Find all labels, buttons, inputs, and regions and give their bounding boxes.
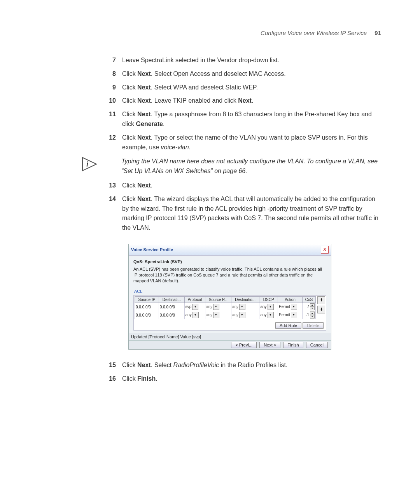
info-text: Typing the VLAN name here does not actua… <box>121 157 381 176</box>
col-cos[interactable]: CoS <box>303 297 316 303</box>
step-number: 13 <box>89 181 122 191</box>
table-row[interactable]: 0.0.0.0/0 0.0.0.0/0 svp▾ any▾ any▾ any▾ … <box>135 303 316 311</box>
cell-src[interactable]: 0.0.0.0/0 <box>135 303 159 311</box>
voice-service-profile-dialog: Voice Service Profile X QoS: SpectraLink… <box>128 244 331 350</box>
dialog-body: QoS: SpectraLink (SVP) An ACL (SVP) has … <box>129 256 331 333</box>
t: Click <box>122 84 137 91</box>
step-number: 11 <box>89 110 122 129</box>
chevron-down-icon[interactable]: ▾ <box>291 304 297 310</box>
t-bold: Next <box>137 196 151 202</box>
chevron-down-icon[interactable]: ▾ <box>268 312 274 318</box>
t: Click <box>122 182 137 189</box>
t-ital: RadioProfileVoic <box>173 362 219 368</box>
header-title: Configure Voice over Wireless IP Service <box>261 30 367 36</box>
t: Click <box>122 111 137 117</box>
t-bold: Next <box>137 97 151 104</box>
svg-text:i: i <box>86 160 88 168</box>
t-bold: Finish <box>137 375 156 382</box>
spin-up-icon[interactable]: ▴ <box>310 312 315 315</box>
chevron-down-icon[interactable]: ▾ <box>192 304 198 310</box>
t-bold: Generate <box>136 121 163 127</box>
close-button[interactable]: X <box>321 246 329 254</box>
cell-sport[interactable]: any▾ <box>205 311 231 319</box>
spin-down-icon[interactable]: ▾ <box>310 315 315 318</box>
col-destination-ip[interactable]: Destinati... <box>159 297 184 303</box>
col-protocol[interactable]: Protocol <box>184 297 205 303</box>
t: . The wizard displays the ACL that will … <box>122 196 378 231</box>
previous-button[interactable]: < Previ... <box>231 342 257 348</box>
t: Click <box>122 362 137 368</box>
chevron-down-icon[interactable]: ▾ <box>239 312 245 318</box>
cell-dscp[interactable]: any▾ <box>259 311 278 319</box>
step-number: 8 <box>89 69 122 79</box>
cell-proto[interactable]: any▾ <box>184 311 205 319</box>
cell-dst[interactable]: 0.0.0.0/0 <box>159 303 184 311</box>
chevron-down-icon[interactable]: ▾ <box>291 312 297 318</box>
cell-sport[interactable]: any▾ <box>205 303 231 311</box>
cell-dport[interactable]: any▾ <box>231 311 259 319</box>
page-header: Configure Voice over Wireless IP Service… <box>89 30 381 36</box>
acl-button-row: Add Rule Delete <box>135 323 324 328</box>
reorder-controls: ⬆ ⬇ <box>317 296 325 313</box>
cell-dport[interactable]: any▾ <box>231 303 259 311</box>
t: . Select Open Access and deselect MAC Ac… <box>151 70 286 77</box>
t: . <box>156 375 157 382</box>
delete-button[interactable]: Delete <box>303 322 324 329</box>
col-source-ip[interactable]: Source IP <box>135 297 159 303</box>
chevron-down-icon[interactable]: ▾ <box>213 312 219 318</box>
col-destination-port[interactable]: Destinatio... <box>231 297 259 303</box>
acl-group: Source IP Destinati... Protocol Source P… <box>133 295 326 331</box>
acl-description: An ACL (SVP) has been generated to class… <box>133 266 326 284</box>
t-bold: Next <box>137 84 151 91</box>
step-text: Leave SpectraLink selected in the Vendor… <box>122 56 381 65</box>
step-text: Click Next. Select RadioProfileVoic in t… <box>122 360 381 370</box>
cell-action[interactable]: Permit▾ <box>278 303 303 311</box>
step-text: Click Next. The wizard displays the ACL … <box>122 194 381 233</box>
t: . <box>151 182 152 189</box>
t: in the Radio Profiles list. <box>219 362 287 368</box>
cell-cos[interactable]: -1▴▾ <box>303 311 316 319</box>
cell-dscp[interactable]: any▾ <box>259 303 278 311</box>
t-bold: Next <box>238 97 252 104</box>
chevron-down-icon[interactable]: ▾ <box>213 304 219 310</box>
table-row[interactable]: 0.0.0.0/0 0.0.0.0/0 any▾ any▾ any▾ any▾ … <box>135 311 316 319</box>
t: . <box>189 144 191 150</box>
step-9: 9 Click Next. Select WPA and deselect St… <box>89 83 381 93</box>
step-8: 8 Click Next. Select Open Access and des… <box>89 69 381 79</box>
spin-down-icon[interactable]: ▾ <box>310 307 315 310</box>
next-button[interactable]: Next > <box>259 342 280 348</box>
t: . Select WPA and deselect Static WEP. <box>151 84 258 91</box>
status-line: Updated [Protocol Name] Value [svp] <box>129 333 331 340</box>
col-action[interactable]: Action <box>278 297 303 303</box>
cancel-button[interactable]: Cancel <box>306 342 328 348</box>
chevron-down-icon[interactable]: ▾ <box>192 312 199 318</box>
cell-dst[interactable]: 0.0.0.0/0 <box>159 311 184 319</box>
step-text: Click Next. <box>122 181 381 191</box>
finish-button[interactable]: Finish <box>283 342 303 348</box>
cell-src[interactable]: 0.0.0.0/0 <box>135 311 159 319</box>
wizard-buttons: < Previ... Next > Finish Cancel <box>129 340 331 349</box>
cell-action[interactable]: Permit▾ <box>278 311 303 319</box>
col-dscp[interactable]: DSCP <box>259 297 278 303</box>
t: . <box>163 121 164 127</box>
move-up-button[interactable]: ⬆ <box>317 296 325 304</box>
move-down-button[interactable]: ⬇ <box>317 306 325 313</box>
t-bold: Next <box>137 70 151 77</box>
info-icon: i <box>82 157 97 175</box>
add-rule-button[interactable]: Add Rule <box>275 322 301 329</box>
spin-up-icon[interactable]: ▴ <box>310 303 315 307</box>
cell-cos[interactable]: 7▴▾ <box>303 303 316 311</box>
chevron-down-icon[interactable]: ▾ <box>239 304 245 310</box>
step-text: Click Finish. <box>122 374 381 384</box>
step-16: 16 Click Finish. <box>89 374 381 384</box>
dialog-title: Voice Service Profile <box>131 247 173 252</box>
t: . Type or select the name of the VLAN yo… <box>122 134 368 150</box>
chevron-down-icon[interactable]: ▾ <box>268 304 274 310</box>
step-13: 13 Click Next. <box>89 181 381 191</box>
t: . <box>252 97 253 104</box>
cell-proto[interactable]: svp▾ <box>184 303 205 311</box>
acl-table: Source IP Destinati... Protocol Source P… <box>135 296 316 319</box>
col-source-port[interactable]: Source P... <box>205 297 231 303</box>
step-11: 11 Click Next. Type a passphrase from 8 … <box>89 110 381 129</box>
t: . Select <box>151 362 173 368</box>
